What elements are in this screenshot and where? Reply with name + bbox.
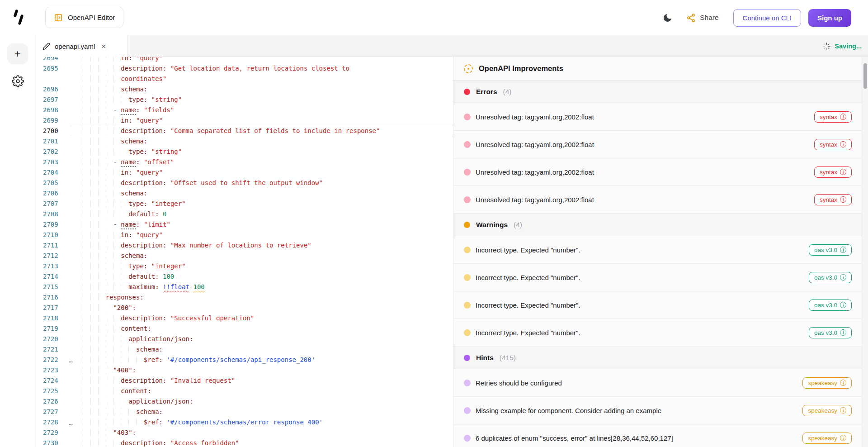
line-number[interactable]: 2719 [37, 323, 69, 334]
code-line[interactable]: 2702 type: "string" [37, 147, 453, 157]
issue-row[interactable]: Incorrect type. Expected "number".oas v3… [453, 236, 868, 264]
issue-badge[interactable]: speakeasyi [802, 377, 852, 389]
line-number[interactable]: 2722 [37, 355, 69, 365]
code-line[interactable]: 2729 "403": [37, 428, 453, 438]
line-number[interactable]: 2714 [37, 271, 69, 282]
line-number[interactable]: 2698 [37, 105, 69, 115]
line-number[interactable]: 2715 [37, 282, 69, 292]
line-number[interactable]: 2729 [37, 428, 69, 438]
line-number[interactable]: 2708 [37, 209, 69, 219]
issue-row[interactable]: Unresolved tag: tag:yaml.org,2002:floats… [453, 103, 868, 131]
line-number[interactable]: 2730 [37, 438, 69, 447]
code-line[interactable]: 2727 schema: [37, 407, 453, 417]
section-header-errors[interactable]: Errors(4) [453, 81, 868, 103]
code-line[interactable]: 2724 description: "Invalid request" [37, 376, 453, 386]
line-number[interactable]: 2704 [37, 167, 69, 178]
issue-badge[interactable]: oas v3.0i [809, 300, 852, 311]
speakeasy-logo-icon[interactable] [12, 8, 27, 27]
line-number[interactable]: 2701 [37, 136, 69, 147]
code-line[interactable]: 2717 "200": [37, 303, 453, 313]
code-line[interactable]: 2721 schema: [37, 344, 453, 355]
panel-scrollbar[interactable] [862, 57, 868, 447]
issue-badge[interactable]: syntaxi [814, 166, 852, 178]
line-number[interactable]: 2702 [37, 147, 69, 157]
line-number[interactable]: 2699 [37, 115, 69, 126]
settings-button[interactable] [10, 73, 25, 89]
issue-badge[interactable]: speakeasyi [802, 433, 852, 444]
code-line[interactable]: 2705 description: "Offset used to shift … [37, 178, 453, 188]
issue-row[interactable]: 6 duplicates of enum "success, error" at… [453, 424, 868, 447]
code-line[interactable]: 2698 - name: "fields" [37, 105, 453, 115]
issue-badge[interactable]: oas v3.0i [809, 272, 852, 283]
section-header-warnings[interactable]: Warnings(4) [453, 214, 868, 236]
scrollbar-thumb[interactable] [863, 63, 867, 89]
tab-close-button[interactable]: × [101, 43, 106, 50]
tab-openapi-yaml[interactable]: openapi.yaml × [36, 35, 128, 57]
issue-row[interactable]: Incorrect type. Expected "number".oas v3… [453, 291, 868, 319]
code-line[interactable]: 2726 application/json: [37, 396, 453, 407]
issue-badge[interactable]: syntaxi [814, 111, 852, 123]
code-line[interactable]: 2720 application/json: [37, 334, 453, 344]
code-line[interactable]: 2694 in: "query" [37, 57, 453, 63]
code-line[interactable]: 2719 content: [37, 323, 453, 334]
code-line[interactable]: 2706 schema: [37, 188, 453, 199]
line-number[interactable]: 2717 [37, 303, 69, 313]
line-number[interactable]: 2724 [37, 376, 69, 386]
code-editor[interactable]: 2694 in: "query"2695 description: "Get l… [37, 57, 453, 447]
issue-badge[interactable]: oas v3.0i [809, 327, 852, 338]
issue-row[interactable]: Incorrect type. Expected "number".oas v3… [453, 264, 868, 291]
code-line[interactable]: 2701 schema: [37, 136, 453, 147]
code-line[interactable]: 2704 in: "query" [37, 167, 453, 178]
issue-row[interactable]: Unresolved tag: tag:yaml.org,2002:floats… [453, 158, 868, 186]
line-number[interactable]: 2723 [37, 365, 69, 376]
code-line[interactable]: 2699 in: "query" [37, 115, 453, 126]
code-line[interactable]: 2697 type: "string" [37, 95, 453, 105]
line-number[interactable]: 2706 [37, 188, 69, 199]
code-line[interactable]: 2695 description: "Get location data, re… [37, 63, 453, 74]
line-number[interactable]: 2696 [37, 84, 69, 95]
line-number[interactable]: 2718 [37, 313, 69, 323]
line-number[interactable]: 2725 [37, 386, 69, 396]
code-line[interactable]: 2722⋯ $ref: '#/components/schemas/api_re… [37, 355, 453, 365]
section-header-hints[interactable]: Hints(415) [453, 347, 868, 369]
line-number[interactable]: 2712 [37, 251, 69, 261]
signup-button[interactable]: Sign up [808, 9, 851, 27]
issue-badge[interactable]: oas v3.0i [809, 244, 852, 256]
code-line[interactable]: 2713 type: "integer" [37, 261, 453, 271]
new-file-button[interactable]: + [7, 43, 28, 64]
line-number[interactable]: 2695 [37, 63, 69, 74]
fold-marker[interactable]: ⋯ [69, 355, 83, 365]
fold-marker[interactable]: ⋯ [69, 417, 83, 428]
line-number[interactable]: 2703 [37, 157, 69, 167]
issue-row[interactable]: Missing example for component. Consider … [453, 397, 868, 424]
theme-toggle-button[interactable] [662, 13, 673, 23]
line-number[interactable]: 2716 [37, 292, 69, 303]
code-line[interactable]: 2711 description: "Max number of locatio… [37, 240, 453, 251]
code-line[interactable]: coordinates" [37, 74, 453, 84]
code-line[interactable]: 2715 maximum: !!float 100 [37, 282, 453, 292]
code-line[interactable]: 2712 schema: [37, 251, 453, 261]
code-line[interactable]: 2730 description: "Access forbidden" [37, 438, 453, 447]
issue-badge[interactable]: speakeasyi [802, 405, 852, 416]
code-line[interactable]: 2707 type: "integer" [37, 199, 453, 209]
issue-row[interactable]: Retries should be configuredspeakeasyi [453, 369, 868, 397]
code-line[interactable]: 2728⋯ $ref: '#/components/schemas/error_… [37, 417, 453, 428]
line-number[interactable]: 2709 [37, 219, 69, 230]
line-number[interactable]: 2727 [37, 407, 69, 417]
line-number[interactable]: 2711 [37, 240, 69, 251]
code-line[interactable]: 2725 content: [37, 386, 453, 396]
line-number[interactable]: 2694 [37, 57, 69, 63]
code-line[interactable]: 2710 in: "query" [37, 230, 453, 240]
code-line[interactable]: 2703 - name: "offset" [37, 157, 453, 167]
line-number[interactable]: 2700 [37, 126, 69, 136]
issue-row[interactable]: Unresolved tag: tag:yaml.org,2002:floats… [453, 186, 868, 214]
line-number[interactable]: 2705 [37, 178, 69, 188]
code-line[interactable]: 2696 schema: [37, 84, 453, 95]
code-line[interactable]: 2716 responses: [37, 292, 453, 303]
code-line[interactable]: 2714 default: 100 [37, 271, 453, 282]
issue-badge[interactable]: syntaxi [814, 194, 852, 205]
code-line[interactable]: 2708 default: 0 [37, 209, 453, 219]
issue-row[interactable]: Incorrect type. Expected "number".oas v3… [453, 319, 868, 347]
code-line[interactable]: 2718 description: "Successful operation" [37, 313, 453, 323]
line-number[interactable] [37, 74, 69, 84]
